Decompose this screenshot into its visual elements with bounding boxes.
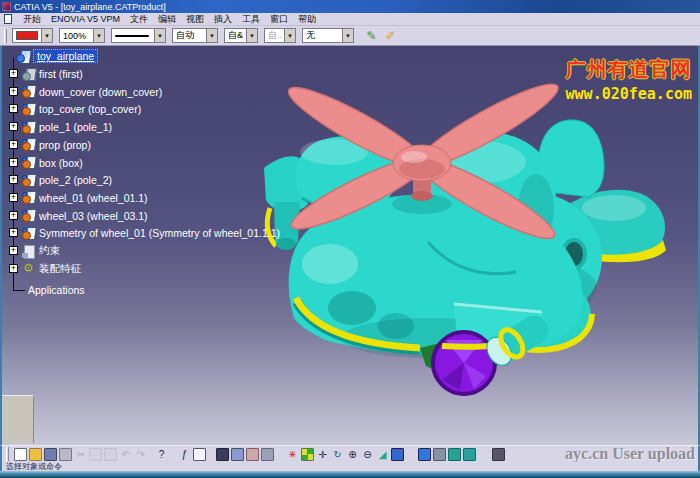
menu-4[interactable]: 视图: [181, 14, 209, 24]
tree-expand-9[interactable]: +: [9, 228, 18, 237]
point-style-combo-arrow[interactable]: ▼: [246, 29, 257, 42]
iso-cube-icon[interactable]: [418, 448, 431, 461]
tree-item[interactable]: top_cover (top_cover): [22, 101, 141, 117]
tree-item-label[interactable]: top_cover (top_cover): [39, 103, 141, 115]
render-style2-icon[interactable]: [463, 448, 476, 461]
window-title: CATIA V5 - [toy_airplane.CATProduct]: [14, 2, 166, 12]
part-icon: [22, 191, 35, 204]
menu-0[interactable]: 开始: [18, 14, 46, 24]
new-document-icon[interactable]: [14, 448, 27, 461]
tree-item-label[interactable]: wheel_03 (wheel_03.1): [39, 210, 148, 222]
zoom-out-icon[interactable]: ⊖: [361, 448, 374, 461]
tree-item-label[interactable]: pole_1 (pole_1): [39, 121, 112, 133]
tree-expand-3[interactable]: +: [9, 122, 18, 131]
multi-view-icon[interactable]: [391, 448, 404, 461]
menu-5[interactable]: 插入: [209, 14, 237, 24]
part-icon: [22, 103, 35, 116]
tree-item[interactable]: down_cover (down_cover): [22, 84, 162, 100]
point-style-combo[interactable]: 自& ▼: [224, 28, 258, 43]
tree-item-label[interactable]: down_cover (down_cover): [39, 86, 162, 98]
tree-item-label[interactable]: prop (prop): [39, 139, 91, 151]
menu-1[interactable]: ENOVIA V5 VPM: [46, 14, 125, 24]
tree-expand-10[interactable]: +: [9, 246, 18, 255]
color-combo[interactable]: ▼: [12, 28, 53, 43]
applications-label[interactable]: Applications: [28, 284, 85, 296]
share-icon[interactable]: [231, 448, 244, 461]
document-icon: [4, 14, 12, 24]
menu-6[interactable]: 工具: [237, 14, 265, 24]
tree-item-label[interactable]: wheel_01 (wheel_01.1): [39, 192, 148, 204]
tree-root-label[interactable]: toy_airplane: [33, 49, 98, 63]
screen-icon[interactable]: [216, 448, 229, 461]
cut-icon[interactable]: ✂: [74, 448, 87, 461]
tree-item-label[interactable]: Symmetry of wheel_01 (Symmetry of wheel_…: [39, 227, 280, 239]
tree-expand-7[interactable]: +: [9, 193, 18, 202]
render-style-combo-arrow[interactable]: ▼: [342, 29, 353, 42]
window-icon[interactable]: [261, 448, 274, 461]
lineweight-combo[interactable]: 自动 ▼: [172, 28, 218, 43]
tree-item[interactable]: ⚙装配特征: [22, 261, 81, 277]
tree-expand-11[interactable]: +: [9, 264, 18, 273]
viewport-3d[interactable]: 广州有道官网 www.020fea.com toy_airplane +firs…: [0, 46, 700, 445]
rotate-icon[interactable]: ↻: [331, 448, 344, 461]
menu-3[interactable]: 编辑: [153, 14, 181, 24]
save-icon[interactable]: [44, 448, 57, 461]
formula-icon[interactable]: ƒ: [178, 448, 191, 461]
fit-all-icon[interactable]: [301, 448, 314, 461]
tree-expand-4[interactable]: +: [9, 140, 18, 149]
zoom-in-icon[interactable]: ⊕: [346, 448, 359, 461]
tree-item-label[interactable]: 约束: [39, 244, 60, 258]
tree-item-label[interactable]: first (first): [39, 68, 83, 80]
menu-7[interactable]: 窗口: [265, 14, 293, 24]
tree-item[interactable]: pole_2 (pole_2): [22, 172, 112, 188]
person-icon[interactable]: [246, 448, 259, 461]
tree-item[interactable]: first (first): [22, 66, 83, 82]
wizard-icon[interactable]: ✐: [383, 28, 398, 43]
linetype-combo[interactable]: ▼: [111, 28, 166, 43]
tree-item[interactable]: wheel_03 (wheel_03.1): [22, 208, 148, 224]
opacity-combo[interactable]: 100% ▼: [59, 28, 105, 43]
tree-expand-0[interactable]: +: [9, 69, 18, 78]
tree-expand-5[interactable]: +: [9, 158, 18, 167]
tree-item-label[interactable]: pole_2 (pole_2): [39, 174, 112, 186]
camera-icon[interactable]: [492, 448, 505, 461]
painter-icon[interactable]: ✎: [364, 28, 379, 43]
tree-item[interactable]: 约束: [22, 243, 60, 259]
tree-expand-1[interactable]: +: [9, 87, 18, 96]
tree-expand-6[interactable]: +: [9, 175, 18, 184]
box-icon[interactable]: [433, 448, 446, 461]
pan-icon[interactable]: ✛: [316, 448, 329, 461]
help-icon[interactable]: ?: [155, 448, 168, 461]
tree-item[interactable]: Symmetry of wheel_01 (Symmetry of wheel_…: [22, 225, 280, 241]
tree-item-label[interactable]: 装配特征: [39, 262, 81, 276]
linetype-combo-arrow[interactable]: ▼: [154, 29, 165, 42]
tree-item[interactable]: wheel_01 (wheel_01.1): [22, 190, 148, 206]
lineweight-combo-arrow[interactable]: ▼: [206, 29, 217, 42]
opacity-combo-arrow[interactable]: ▼: [93, 29, 104, 42]
tree-item[interactable]: prop (prop): [22, 137, 91, 153]
tree-item-label[interactable]: box (box): [39, 157, 83, 169]
tree-item-applications[interactable]: Applications: [28, 282, 85, 298]
open-folder-icon[interactable]: [29, 448, 42, 461]
paste-icon[interactable]: [104, 448, 117, 461]
tree-expand-8[interactable]: +: [9, 211, 18, 220]
undo-icon[interactable]: ↶: [119, 448, 132, 461]
chat-icon[interactable]: [193, 448, 206, 461]
prop-hub-bottom: [399, 159, 445, 179]
normal-view-icon[interactable]: ◢: [376, 448, 389, 461]
redo-icon[interactable]: ↷: [134, 448, 147, 461]
tree-item[interactable]: box (box): [22, 155, 83, 171]
copy-icon[interactable]: [89, 448, 102, 461]
fly-icon[interactable]: ✳: [286, 448, 299, 461]
title-bar: CATIA V5 - [toy_airplane.CATProduct]: [0, 0, 700, 13]
tree-expand-2[interactable]: +: [9, 104, 18, 113]
menu-8[interactable]: 帮助: [293, 14, 321, 24]
print-icon[interactable]: [59, 448, 72, 461]
color-combo-arrow[interactable]: ▼: [41, 29, 52, 42]
render-style-icon[interactable]: [448, 448, 461, 461]
menu-2[interactable]: 文件: [125, 14, 153, 24]
render-style-combo[interactable]: 无 ▼: [302, 28, 354, 43]
tree-root[interactable]: toy_airplane: [16, 48, 98, 64]
prop-hub-highlight: [401, 151, 427, 163]
tree-item[interactable]: pole_1 (pole_1): [22, 119, 112, 135]
